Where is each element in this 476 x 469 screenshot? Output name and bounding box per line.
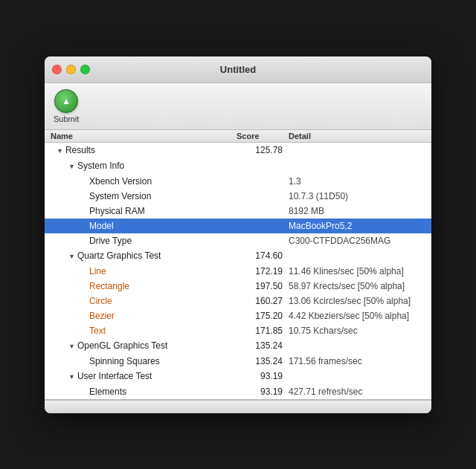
table-row[interactable]: Xbench Version1.3: [45, 174, 431, 189]
row-name-text: Text: [89, 326, 106, 336]
row-name: Xbench Version: [51, 175, 237, 188]
col-score: Score: [237, 132, 289, 140]
table-row[interactable]: User Interface Test93.19: [45, 369, 431, 384]
row-score: 93.19: [237, 385, 289, 398]
row-score: [237, 219, 289, 233]
table-row[interactable]: Quartz Graphics Test174.60: [45, 248, 431, 264]
triangle-icon: [68, 250, 75, 263]
triangle-icon: [57, 144, 63, 158]
row-detail: 427.71 refresh/sec: [289, 385, 425, 398]
row-detail: [289, 339, 425, 353]
table-row[interactable]: Rectangle197.5058.97 Krects/sec [50% alp…: [45, 279, 431, 294]
table-row[interactable]: Text171.8510.75 Kchars/sec: [45, 323, 431, 338]
row-score: 174.60: [237, 249, 289, 263]
table-row[interactable]: Physical RAM8192 MB: [45, 204, 431, 219]
row-name-text: Line: [89, 266, 106, 276]
row-name: Results: [51, 143, 237, 158]
submit-button[interactable]: Submit: [54, 89, 79, 123]
row-detail: 1.3: [289, 175, 425, 188]
table-row[interactable]: System Info: [45, 158, 431, 174]
minimize-button[interactable]: [66, 65, 76, 74]
table-row[interactable]: Elements93.19427.71 refresh/sec: [45, 384, 431, 399]
row-name-text: User Interface Test: [77, 371, 152, 381]
triangle-icon: [68, 160, 75, 173]
tree-body: Results125.78System InfoXbench Version1.…: [45, 143, 431, 399]
row-detail: [289, 143, 425, 158]
row-name-text: Results: [65, 145, 95, 155]
row-score: 125.78: [237, 143, 289, 158]
row-detail: MacBookPro5,2: [289, 219, 425, 233]
row-name: Bezier: [51, 309, 237, 323]
row-detail: 171.56 frames/sec: [289, 355, 425, 368]
row-name: Circle: [51, 294, 237, 308]
maximize-button[interactable]: [80, 65, 90, 74]
table-row[interactable]: Spinning Squares135.24171.56 frames/sec: [45, 354, 431, 369]
column-headers: Name Score Detail: [45, 130, 431, 143]
row-name-text: System Version: [89, 191, 151, 201]
row-name-text: Spinning Squares: [89, 356, 160, 366]
row-name-text: Drive Type: [89, 236, 132, 246]
close-button[interactable]: [52, 65, 62, 74]
row-detail: 10.75 Kchars/sec: [289, 324, 425, 337]
titlebar: Untitled: [45, 56, 431, 83]
traffic-lights: [52, 65, 90, 74]
row-detail: 10.7.3 (11D50): [289, 190, 425, 203]
row-name: Quartz Graphics Test: [51, 249, 237, 263]
row-name: Text: [51, 324, 237, 337]
row-detail: 11.46 Klines/sec [50% alpha]: [289, 265, 425, 278]
row-score: 160.27: [237, 294, 289, 308]
row-detail: [289, 159, 425, 173]
submit-icon: [54, 89, 78, 113]
row-score: 175.20: [237, 309, 289, 323]
row-score: 93.19: [237, 369, 289, 384]
row-name-text: OpenGL Graphics Test: [77, 340, 167, 351]
row-name: OpenGL Graphics Test: [51, 339, 237, 353]
row-name: Line: [51, 265, 237, 278]
row-name: Rectangle: [51, 279, 237, 293]
row-name-text: Physical RAM: [89, 206, 145, 216]
toolbar: Submit: [45, 83, 431, 130]
row-name-text: Elements: [89, 386, 126, 397]
row-name-text: Quartz Graphics Test: [77, 250, 161, 261]
row-name: System Version: [51, 190, 237, 203]
row-score: [237, 159, 289, 173]
row-name: Drive Type: [51, 234, 237, 248]
row-score: 197.50: [237, 279, 289, 293]
status-bar: [45, 400, 431, 413]
table-row[interactable]: Results125.78: [45, 143, 431, 158]
row-score: 172.19: [237, 265, 289, 278]
row-detail: 58.97 Krects/sec [50% alpha]: [289, 279, 425, 293]
row-score: [237, 234, 289, 248]
row-score: 135.24: [237, 355, 289, 368]
row-score: [237, 190, 289, 203]
row-name-text: Bezier: [89, 311, 115, 321]
row-name: Spinning Squares: [51, 355, 237, 368]
row-name-text: Rectangle: [89, 281, 129, 291]
row-name-text: System Info: [77, 161, 124, 171]
row-detail: [289, 369, 425, 384]
row-name: Model: [51, 219, 237, 233]
table-row[interactable]: Bezier175.204.42 Kbeziers/sec [50% alpha…: [45, 308, 431, 323]
row-name-text: Xbench Version: [89, 176, 152, 187]
table-row[interactable]: System Version10.7.3 (11D50): [45, 189, 431, 204]
row-score: 135.24: [237, 339, 289, 353]
table-row[interactable]: ModelMacBookPro5,2: [45, 219, 431, 233]
col-detail: Detail: [289, 132, 425, 140]
row-detail: [289, 249, 425, 263]
row-name-text: Model: [89, 221, 114, 231]
row-name: Physical RAM: [51, 204, 237, 218]
table-row[interactable]: Drive TypeC300-CTFDDAC256MAG: [45, 233, 431, 248]
table-row[interactable]: Circle160.2713.06 Kcircles/sec [50% alph…: [45, 294, 431, 308]
triangle-icon: [68, 370, 75, 384]
app-window: Untitled Submit Name Score Detail Result…: [45, 56, 431, 413]
table-row[interactable]: Line172.1911.46 Klines/sec [50% alpha]: [45, 264, 431, 279]
row-detail: 13.06 Kcircles/sec [50% alpha]: [289, 294, 425, 308]
row-score: [237, 204, 289, 218]
row-detail: 4.42 Kbeziers/sec [50% alpha]: [289, 309, 425, 323]
row-score: 171.85: [237, 324, 289, 337]
row-name: User Interface Test: [51, 369, 237, 384]
col-name: Name: [51, 132, 237, 140]
table-row[interactable]: OpenGL Graphics Test135.24: [45, 338, 431, 354]
row-detail: C300-CTFDDAC256MAG: [289, 234, 425, 248]
row-detail: 8192 MB: [289, 204, 425, 218]
